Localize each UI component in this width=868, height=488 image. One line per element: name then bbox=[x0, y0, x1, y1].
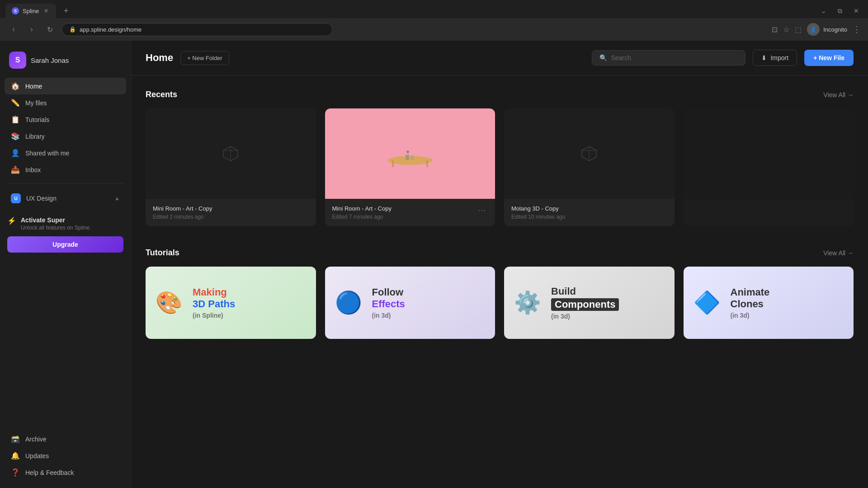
svg-rect-1 bbox=[392, 160, 394, 167]
tutorials-header: Tutorials View All → bbox=[146, 248, 854, 258]
file-card-info: Molang 3D - Copy Edited 10 minutes ago bbox=[504, 199, 675, 226]
tab-label: Spline bbox=[23, 8, 39, 14]
file-time: Edited 2 minutes ago bbox=[153, 214, 212, 220]
file-card[interactable]: Mini Room - Art - Copy Edited 7 minutes … bbox=[325, 108, 495, 226]
tutorial-card-3[interactable]: ⚙️ Build Components (in 3d) bbox=[504, 267, 675, 339]
sidebar-item-home[interactable]: 🏠 Home bbox=[5, 78, 126, 94]
lightning-icon: ⚡ bbox=[7, 216, 16, 225]
file-thumbnail bbox=[684, 108, 854, 199]
sidebar-item-help[interactable]: ❓ Help & Feedback bbox=[5, 464, 126, 481]
workspace-item[interactable]: U UX Design ▲ bbox=[5, 189, 126, 207]
tutorial-title-1: Making 3D Paths bbox=[193, 286, 235, 310]
import-icon: ⬇ bbox=[761, 54, 767, 61]
tutorial-title-3: Build Components bbox=[551, 286, 619, 311]
profile-button[interactable]: 👤 Incognito bbox=[807, 23, 847, 36]
cast-icon[interactable]: ⊡ bbox=[772, 25, 778, 34]
shared-icon: 👤 bbox=[11, 149, 20, 157]
workspace-name: UX Design bbox=[26, 195, 57, 202]
new-file-button[interactable]: + New File bbox=[804, 50, 854, 66]
edit-icon: ✏️ bbox=[11, 99, 20, 107]
tab-favicon: S bbox=[12, 7, 19, 14]
file-time: Edited 10 minutes ago bbox=[511, 214, 565, 220]
file-thumbnail bbox=[325, 108, 495, 199]
activate-subtitle: Unlock all features on Spline. bbox=[21, 225, 91, 231]
close-window-button[interactable]: ✕ bbox=[850, 5, 863, 17]
forward-button[interactable]: › bbox=[25, 23, 38, 36]
sidebar-item-tutorials-label: Tutorials bbox=[25, 116, 49, 123]
sidebar: S Sarah Jonas 🏠 Home ✏️ My files 📋 Tutor… bbox=[0, 41, 131, 488]
svg-rect-4 bbox=[411, 155, 414, 160]
sidebar-item-updates[interactable]: 🔔 Updates bbox=[5, 447, 126, 464]
browser-tab[interactable]: S Spline ✕ bbox=[5, 4, 56, 18]
back-button[interactable]: ‹ bbox=[7, 23, 20, 36]
file-card[interactable]: Mini Room - Art - Copy Edited 2 minutes … bbox=[146, 108, 316, 226]
import-button[interactable]: ⬇ Import bbox=[753, 50, 797, 66]
sidebar-item-home-label: Home bbox=[25, 83, 42, 90]
incognito-label: Incognito bbox=[823, 26, 847, 33]
files-grid: Mini Room - Art - Copy Edited 2 minutes … bbox=[146, 108, 854, 226]
file-card-info bbox=[684, 199, 854, 211]
svg-rect-2 bbox=[426, 160, 428, 167]
upgrade-button[interactable]: Upgrade bbox=[7, 236, 123, 253]
page-title: Home bbox=[146, 52, 173, 64]
new-folder-button[interactable]: + New Folder bbox=[180, 51, 229, 65]
bookmark-icon[interactable]: ☆ bbox=[783, 25, 789, 34]
tutorial-subtitle-1: (in Spline) bbox=[193, 312, 235, 319]
tutorial-icon-1: 🎨 bbox=[153, 286, 185, 319]
sidebar-divider bbox=[7, 183, 123, 184]
file-more-button[interactable]: ⋯ bbox=[476, 205, 488, 215]
search-icon: 🔍 bbox=[599, 54, 607, 61]
top-bar: Home + New Folder 🔍 Search ⬇ Import + Ne… bbox=[131, 41, 868, 75]
search-placeholder: Search bbox=[611, 54, 631, 61]
tutorial-card-1[interactable]: 🎨 Making 3D Paths (in Spline) bbox=[146, 267, 316, 339]
file-card-info: Mini Room - Art - Copy Edited 7 minutes … bbox=[325, 199, 495, 226]
tutorial-icon-4: 🔷 bbox=[691, 286, 723, 319]
recents-view-all[interactable]: View All → bbox=[823, 91, 854, 99]
archive-icon: 🗃️ bbox=[11, 435, 20, 443]
sidebar-item-shared[interactable]: 👤 Shared with me bbox=[5, 145, 126, 161]
upgrade-section: ⚡ Activate Super Unlock all features on … bbox=[0, 209, 131, 260]
tab-close-button[interactable]: ✕ bbox=[42, 7, 50, 14]
tutorial-title-4: Animate Clones bbox=[731, 286, 770, 310]
chevron-up-icon: ▲ bbox=[114, 195, 120, 202]
sidebar-item-inbox[interactable]: 📥 Inbox bbox=[5, 161, 126, 178]
sidebar-item-my-files[interactable]: ✏️ My files bbox=[5, 94, 126, 111]
recents-title: Recents bbox=[146, 90, 177, 99]
recents-header: Recents View All → bbox=[146, 90, 854, 99]
sidebar-item-archive[interactable]: 🗃️ Archive bbox=[5, 431, 126, 447]
sidebar-toggle-icon[interactable]: ⬚ bbox=[795, 25, 802, 34]
url-text: app.spline.design/home bbox=[80, 26, 142, 33]
file-thumbnail bbox=[146, 108, 316, 199]
tutorial-title-2: Follow Effects bbox=[372, 286, 405, 310]
file-card[interactable]: Molang 3D - Copy Edited 10 minutes ago bbox=[504, 108, 675, 226]
lock-icon: 🔒 bbox=[69, 26, 76, 33]
tutorial-card-2[interactable]: 🔵 Follow Effects (in 3d) bbox=[325, 267, 495, 339]
refresh-button[interactable]: ↻ bbox=[43, 23, 56, 36]
sidebar-item-library[interactable]: 📚 Library bbox=[5, 128, 126, 145]
file-card[interactable] bbox=[684, 108, 854, 226]
tutorial-card-4[interactable]: 🔷 Animate Clones (in 3d) bbox=[684, 267, 854, 339]
address-bar[interactable]: 🔒 app.spline.design/home bbox=[61, 23, 333, 36]
tutorial-icon-3: ⚙️ bbox=[511, 286, 544, 319]
file-name: Mini Room - Art - Copy bbox=[332, 205, 392, 212]
tutorials-grid: 🎨 Making 3D Paths (in Spline) bbox=[146, 267, 854, 339]
activate-title: Activate Super bbox=[21, 216, 91, 224]
tutorials-title: Tutorials bbox=[146, 248, 179, 258]
minimize-button[interactable]: ⌄ bbox=[817, 5, 830, 17]
tutorial-subtitle-4: (in 3d) bbox=[731, 312, 770, 319]
browser-menu-button[interactable]: ⋮ bbox=[853, 24, 861, 34]
new-tab-button[interactable]: + bbox=[60, 5, 72, 17]
tutorials-view-all[interactable]: View All → bbox=[823, 249, 854, 257]
file-card-info: Mini Room - Art - Copy Edited 2 minutes … bbox=[146, 199, 316, 226]
search-bar[interactable]: 🔍 Search bbox=[592, 50, 745, 66]
maximize-button[interactable]: ⧉ bbox=[834, 5, 846, 17]
activate-super: ⚡ Activate Super Unlock all features on … bbox=[7, 216, 123, 231]
updates-icon: 🔔 bbox=[11, 451, 20, 460]
user-name: Sarah Jonas bbox=[31, 56, 69, 64]
sidebar-item-updates-label: Updates bbox=[25, 452, 49, 460]
file-name: Mini Room - Art - Copy bbox=[153, 205, 212, 212]
sidebar-item-inbox-label: Inbox bbox=[25, 166, 41, 174]
file-thumbnail bbox=[504, 108, 675, 199]
file-name: Molang 3D - Copy bbox=[511, 205, 565, 212]
sidebar-item-tutorials[interactable]: 📋 Tutorials bbox=[5, 111, 126, 128]
